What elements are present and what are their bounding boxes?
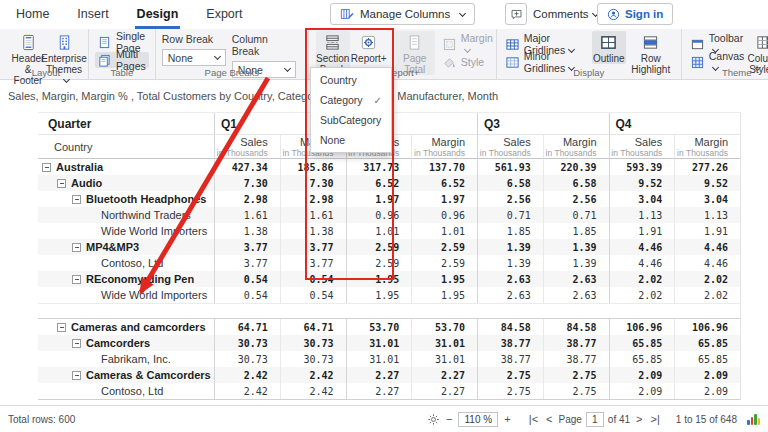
menu-item-country[interactable]: Country <box>311 70 391 90</box>
table-cell: 2.42 <box>214 383 280 399</box>
next-page-button[interactable]: > <box>634 413 644 425</box>
row-label-text: Wide World Importers <box>101 225 207 237</box>
zoom-out-button[interactable]: − <box>444 413 454 425</box>
table-row-label: MP4&MP3 <box>38 239 214 255</box>
table-cell: 38.77 <box>543 335 609 351</box>
table-cell: 2.56 <box>477 191 543 207</box>
table-cell: 427.34 <box>214 159 280 175</box>
prev-page-button[interactable]: < <box>544 413 554 425</box>
chevron-down-icon <box>214 53 221 60</box>
sign-in-button[interactable]: Sign in <box>597 3 673 25</box>
page-number-input[interactable] <box>586 412 604 427</box>
single-page-icon <box>98 36 111 49</box>
margin-button: Margin <box>440 36 490 52</box>
table-row-label: Australia <box>38 159 214 175</box>
multi-pages-button[interactable]: Multi Pages <box>95 52 149 68</box>
page-label: Page <box>559 414 582 425</box>
table-cell: 31.01 <box>411 351 477 367</box>
table-cell: 2.98 <box>280 191 346 207</box>
table-cell: 4.46 <box>674 255 740 271</box>
collapse-icon[interactable] <box>72 339 81 348</box>
table-cell: 106.96 <box>609 319 675 335</box>
table-cell: 2.02 <box>674 271 740 287</box>
table-row-label: Cameras & Camcorders Accessories <box>38 367 214 383</box>
table-cell: 7.30 <box>280 175 346 191</box>
table-cell: 1.13 <box>674 207 740 223</box>
table-cell: 1.97 <box>411 191 477 207</box>
table-cell: 2.09 <box>674 383 740 399</box>
collapse-icon[interactable] <box>42 163 51 172</box>
zoom-level-input[interactable] <box>458 412 498 427</box>
table-cell: 277.26 <box>674 159 740 175</box>
table-cell: 1.39 <box>543 255 609 271</box>
row-break-value: None <box>168 52 193 64</box>
row-break-select[interactable]: None <box>162 49 226 66</box>
row-label-text: Audio <box>71 177 102 189</box>
collapse-icon[interactable] <box>57 323 66 332</box>
chevron-down-icon <box>464 46 471 53</box>
table-cell: 0.54 <box>280 271 346 287</box>
app-logo-icon <box>747 413 760 425</box>
menu-item-subcategory[interactable]: SubCategory <box>311 110 391 130</box>
chevron-down-icon <box>459 9 466 16</box>
outline-button[interactable]: Outline <box>592 31 626 64</box>
report-plus-icon <box>360 34 377 51</box>
table-cell: 30.73 <box>214 351 280 367</box>
table-cell: 106.96 <box>674 319 740 335</box>
group-label-display: Display <box>497 67 681 78</box>
check-icon: ✓ <box>374 95 382 106</box>
person-icon <box>607 8 620 21</box>
table-cell: 2.63 <box>477 287 543 303</box>
theme-stack: Toolbar Canvas <box>688 31 744 71</box>
collapse-icon[interactable] <box>72 243 81 252</box>
button-label: Report+ <box>351 53 387 64</box>
table-cell: 0.54 <box>214 271 280 287</box>
section-break-menu: CountryCategory✓SubCategoryNone <box>310 67 392 153</box>
settings-gear-icon[interactable] <box>427 413 440 426</box>
table-cell: 31.01 <box>346 335 412 351</box>
major-gridlines-icon <box>506 38 519 51</box>
measure-subtitle: in Thousands <box>677 149 728 158</box>
table-cell: 1.95 <box>411 271 477 287</box>
table-cell: 2.59 <box>346 239 412 255</box>
column-style-icon <box>756 34 768 51</box>
measure-subtitle: in Thousands <box>546 149 597 158</box>
table-cell: 1.01 <box>411 223 477 239</box>
measure-header-margin: Marginin Thousands <box>411 135 477 159</box>
table-cell: 9.52 <box>609 175 675 191</box>
report-plus-button[interactable]: Report+ <box>352 31 386 64</box>
tab-insert[interactable]: Insert <box>75 0 110 29</box>
record-range-label: 1 to 15 of 648 <box>676 414 737 425</box>
table-cell: 2.27 <box>346 383 412 399</box>
tab-design[interactable]: Design <box>135 0 181 29</box>
table-cell: 2.02 <box>674 287 740 303</box>
table-cell: 30.73 <box>214 335 280 351</box>
table-cell: 65.85 <box>609 335 675 351</box>
collapse-icon[interactable] <box>72 371 81 380</box>
table-cell: 3.04 <box>609 191 675 207</box>
table-cell: 4.46 <box>674 239 740 255</box>
table-cell: 1.85 <box>543 223 609 239</box>
table-cell: 561.93 <box>477 159 543 175</box>
collapse-icon[interactable] <box>72 195 81 204</box>
tab-export[interactable]: Export <box>204 0 244 29</box>
building-icon <box>56 34 73 51</box>
table-cell: 4.46 <box>609 239 675 255</box>
table-cell: 2.27 <box>346 367 412 383</box>
menu-item-none[interactable]: None <box>311 130 391 150</box>
collapse-icon[interactable] <box>72 275 81 284</box>
manage-columns-button[interactable]: Manage Columns <box>330 3 475 25</box>
table-cell: 2.42 <box>280 367 346 383</box>
table-cell: 65.85 <box>674 351 740 367</box>
collapse-icon[interactable] <box>57 179 66 188</box>
zoom-in-button[interactable]: + <box>502 413 512 425</box>
tab-home[interactable]: Home <box>14 0 51 29</box>
first-page-button[interactable]: |< <box>527 413 540 425</box>
total-rows-label: Total rows: 600 <box>0 414 75 425</box>
measure-header-sales: Salesin Thousands <box>609 135 675 159</box>
measure-header-margin: Marginin Thousands <box>674 135 740 159</box>
last-page-button[interactable]: >| <box>649 413 662 425</box>
comments-button[interactable]: Comments <box>505 3 598 25</box>
table-cell: 3.77 <box>280 255 346 271</box>
menu-item-category[interactable]: Category✓ <box>311 90 391 110</box>
